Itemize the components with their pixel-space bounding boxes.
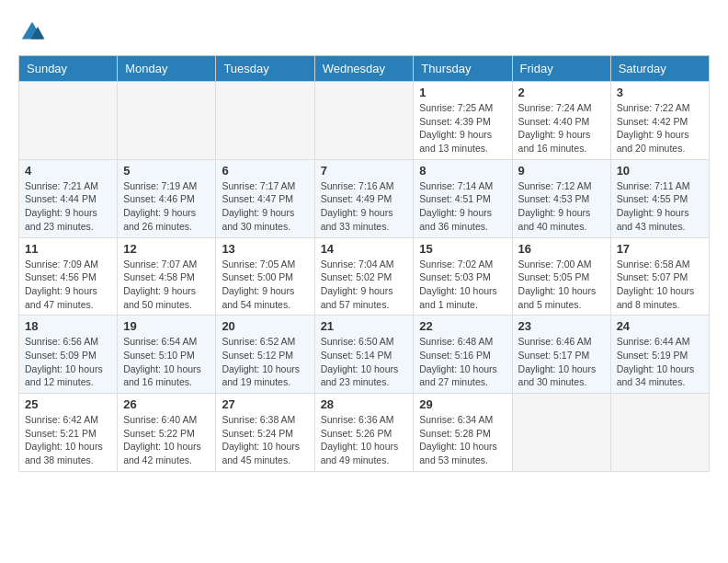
day-cell: 4Sunrise: 7:21 AMSunset: 4:44 PMDaylight… (19, 159, 118, 237)
day-info: Sunrise: 6:42 AMSunset: 5:21 PMDaylight:… (25, 413, 111, 467)
day-cell: 26Sunrise: 6:40 AMSunset: 5:22 PMDayligh… (118, 394, 216, 472)
day-cell: 16Sunrise: 7:00 AMSunset: 5:05 PMDayligh… (512, 237, 610, 316)
col-header-thursday: Thursday (414, 56, 512, 82)
day-number: 29 (419, 397, 506, 411)
day-number: 27 (222, 397, 308, 411)
week-row-5: 25Sunrise: 6:42 AMSunset: 5:21 PMDayligh… (19, 394, 710, 472)
col-header-monday: Monday (118, 56, 216, 82)
day-info: Sunrise: 7:07 AMSunset: 4:58 PMDaylight:… (123, 258, 210, 312)
day-cell: 15Sunrise: 7:02 AMSunset: 5:03 PMDayligh… (414, 237, 512, 316)
day-cell (118, 82, 216, 160)
day-info: Sunrise: 7:11 AMSunset: 4:55 PMDaylight:… (617, 179, 703, 234)
day-info: Sunrise: 7:12 AMSunset: 4:53 PMDaylight:… (518, 179, 605, 234)
day-info: Sunrise: 7:25 AMSunset: 4:39 PMDaylight:… (419, 101, 506, 155)
day-number: 19 (123, 319, 210, 333)
day-cell: 25Sunrise: 6:42 AMSunset: 5:21 PMDayligh… (19, 394, 118, 472)
day-number: 25 (25, 397, 111, 411)
day-info: Sunrise: 6:40 AMSunset: 5:22 PMDaylight:… (123, 413, 210, 467)
day-number: 18 (25, 319, 111, 333)
day-cell: 6Sunrise: 7:17 AMSunset: 4:47 PMDaylight… (216, 159, 314, 237)
day-cell: 13Sunrise: 7:05 AMSunset: 5:00 PMDayligh… (216, 237, 314, 316)
day-cell: 7Sunrise: 7:16 AMSunset: 4:49 PMDaylight… (314, 159, 414, 237)
day-cell: 8Sunrise: 7:14 AMSunset: 4:51 PMDaylight… (414, 159, 512, 237)
day-cell: 10Sunrise: 7:11 AMSunset: 4:55 PMDayligh… (610, 159, 709, 237)
day-cell: 2Sunrise: 7:24 AMSunset: 4:40 PMDaylight… (512, 82, 610, 160)
day-info: Sunrise: 7:16 AMSunset: 4:49 PMDaylight:… (321, 179, 408, 234)
day-number: 13 (222, 242, 308, 256)
day-info: Sunrise: 6:34 AMSunset: 5:28 PMDaylight:… (419, 413, 506, 467)
day-number: 20 (222, 319, 308, 333)
day-number: 21 (321, 319, 408, 333)
day-info: Sunrise: 7:17 AMSunset: 4:47 PMDaylight:… (222, 179, 308, 234)
day-cell: 17Sunrise: 6:58 AMSunset: 5:07 PMDayligh… (610, 237, 709, 316)
day-cell: 22Sunrise: 6:48 AMSunset: 5:16 PMDayligh… (414, 316, 512, 394)
day-info: Sunrise: 7:04 AMSunset: 5:02 PMDaylight:… (321, 258, 408, 312)
day-info: Sunrise: 7:09 AMSunset: 4:56 PMDaylight:… (25, 258, 111, 312)
day-info: Sunrise: 6:50 AMSunset: 5:14 PMDaylight:… (321, 335, 408, 389)
day-cell: 24Sunrise: 6:44 AMSunset: 5:19 PMDayligh… (610, 316, 709, 394)
day-cell: 9Sunrise: 7:12 AMSunset: 4:53 PMDaylight… (512, 159, 610, 237)
day-info: Sunrise: 6:36 AMSunset: 5:26 PMDaylight:… (321, 413, 408, 467)
col-header-saturday: Saturday (610, 56, 709, 82)
day-number: 2 (518, 86, 605, 99)
day-info: Sunrise: 7:24 AMSunset: 4:40 PMDaylight:… (518, 101, 605, 155)
day-number: 7 (321, 164, 408, 178)
day-number: 3 (617, 86, 703, 99)
day-cell: 18Sunrise: 6:56 AMSunset: 5:09 PMDayligh… (19, 316, 118, 394)
day-number: 6 (222, 164, 308, 178)
day-cell: 14Sunrise: 7:04 AMSunset: 5:02 PMDayligh… (314, 237, 414, 316)
day-cell: 21Sunrise: 6:50 AMSunset: 5:14 PMDayligh… (314, 316, 414, 394)
day-info: Sunrise: 7:14 AMSunset: 4:51 PMDaylight:… (419, 179, 506, 234)
day-number: 8 (419, 164, 506, 178)
calendar-table: SundayMondayTuesdayWednesdayThursdayFrid… (18, 55, 710, 472)
day-number: 17 (617, 242, 703, 256)
week-row-4: 18Sunrise: 6:56 AMSunset: 5:09 PMDayligh… (19, 316, 710, 394)
day-number: 28 (321, 397, 408, 411)
day-number: 9 (518, 164, 605, 178)
day-cell: 1Sunrise: 7:25 AMSunset: 4:39 PMDaylight… (414, 82, 512, 160)
day-info: Sunrise: 6:48 AMSunset: 5:16 PMDaylight:… (419, 335, 506, 389)
day-cell (314, 82, 414, 160)
calendar-header-row: SundayMondayTuesdayWednesdayThursdayFrid… (19, 56, 710, 82)
day-number: 15 (419, 242, 506, 256)
day-number: 24 (617, 319, 703, 333)
col-header-wednesday: Wednesday (314, 56, 414, 82)
week-row-3: 11Sunrise: 7:09 AMSunset: 4:56 PMDayligh… (19, 237, 710, 316)
day-cell (216, 82, 314, 160)
col-header-sunday: Sunday (19, 56, 118, 82)
day-cell (19, 82, 118, 160)
day-info: Sunrise: 7:19 AMSunset: 4:46 PMDaylight:… (123, 179, 210, 234)
day-info: Sunrise: 6:56 AMSunset: 5:09 PMDaylight:… (25, 335, 111, 389)
day-number: 5 (123, 164, 210, 178)
logo-icon (18, 18, 46, 46)
day-info: Sunrise: 6:44 AMSunset: 5:19 PMDaylight:… (617, 335, 703, 389)
day-info: Sunrise: 7:21 AMSunset: 4:44 PMDaylight:… (25, 179, 111, 234)
day-number: 14 (321, 242, 408, 256)
day-info: Sunrise: 6:46 AMSunset: 5:17 PMDaylight:… (518, 335, 605, 389)
day-cell: 5Sunrise: 7:19 AMSunset: 4:46 PMDaylight… (118, 159, 216, 237)
day-info: Sunrise: 7:05 AMSunset: 5:00 PMDaylight:… (222, 258, 308, 312)
day-cell: 29Sunrise: 6:34 AMSunset: 5:28 PMDayligh… (414, 394, 512, 472)
day-number: 16 (518, 242, 605, 256)
day-cell: 12Sunrise: 7:07 AMSunset: 4:58 PMDayligh… (118, 237, 216, 316)
day-number: 12 (123, 242, 210, 256)
day-number: 22 (419, 319, 506, 333)
day-number: 11 (25, 242, 111, 256)
day-cell (512, 394, 610, 472)
col-header-friday: Friday (512, 56, 610, 82)
week-row-2: 4Sunrise: 7:21 AMSunset: 4:44 PMDaylight… (19, 159, 710, 237)
day-cell: 20Sunrise: 6:52 AMSunset: 5:12 PMDayligh… (216, 316, 314, 394)
day-info: Sunrise: 7:00 AMSunset: 5:05 PMDaylight:… (518, 258, 605, 312)
day-info: Sunrise: 7:22 AMSunset: 4:42 PMDaylight:… (617, 101, 703, 155)
day-info: Sunrise: 6:52 AMSunset: 5:12 PMDaylight:… (222, 335, 308, 389)
day-cell: 23Sunrise: 6:46 AMSunset: 5:17 PMDayligh… (512, 316, 610, 394)
col-header-tuesday: Tuesday (216, 56, 314, 82)
day-number: 23 (518, 319, 605, 333)
day-number: 4 (25, 164, 111, 178)
day-number: 1 (419, 86, 506, 99)
day-info: Sunrise: 6:38 AMSunset: 5:24 PMDaylight:… (222, 413, 308, 467)
day-cell: 11Sunrise: 7:09 AMSunset: 4:56 PMDayligh… (19, 237, 118, 316)
day-cell: 28Sunrise: 6:36 AMSunset: 5:26 PMDayligh… (314, 394, 414, 472)
day-cell: 19Sunrise: 6:54 AMSunset: 5:10 PMDayligh… (118, 316, 216, 394)
day-cell: 3Sunrise: 7:22 AMSunset: 4:42 PMDaylight… (610, 82, 709, 160)
